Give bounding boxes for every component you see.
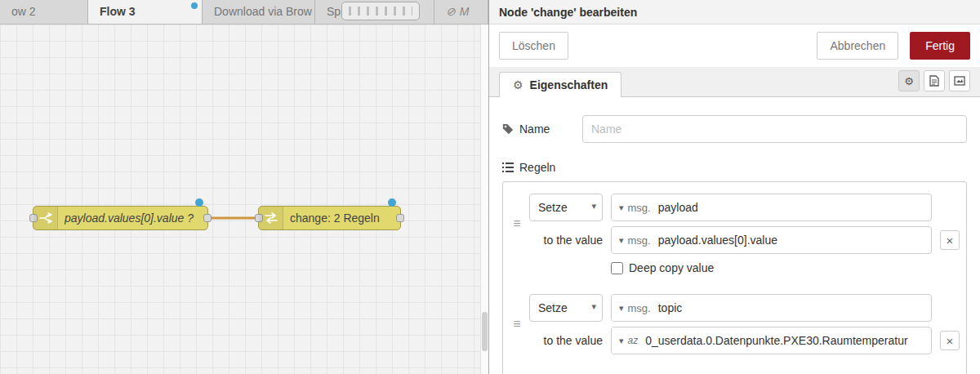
workspace-region: ow 2 Flow 3 Download via Brow Spritmonit… bbox=[0, 0, 488, 374]
rule-1-action-select[interactable]: Setze bbox=[529, 194, 603, 221]
name-row: Name bbox=[502, 115, 967, 143]
flow-tab-label: Download via Brow bbox=[214, 5, 312, 18]
rule-1-value-row: to the value ▾ msg. × bbox=[529, 226, 960, 254]
rule-1-value-input[interactable] bbox=[657, 227, 931, 253]
string-type-label: az bbox=[628, 335, 639, 346]
flow-changed-dot-icon bbox=[191, 2, 198, 9]
caret-down-icon: ▾ bbox=[619, 235, 624, 246]
tray-icon-buttons: ⚙ bbox=[898, 70, 970, 91]
rule-2-value-typedinput: ▾ az bbox=[611, 327, 932, 354]
change-output-port[interactable] bbox=[396, 214, 404, 222]
type-label: msg. bbox=[628, 234, 651, 247]
caret-down-icon: ▾ bbox=[619, 303, 624, 314]
caret-down-icon: ▾ bbox=[619, 336, 624, 346]
switch-node[interactable]: payload.values[0].value ? bbox=[33, 206, 208, 230]
rule-1-property-row: Setze ▾ ▾ msg. bbox=[529, 194, 960, 221]
change-node[interactable]: change: 2 Regeln bbox=[258, 206, 401, 230]
flow-canvas[interactable]: payload.values[0].value ? change: 2 Rege… bbox=[0, 24, 480, 374]
cancel-button[interactable]: Abbrechen bbox=[817, 32, 898, 60]
ghost-node bbox=[341, 2, 420, 20]
canvas-scrollbar-thumb[interactable] bbox=[482, 312, 488, 351]
edit-form: Name Regeln ≡ Setze bbox=[489, 97, 980, 374]
switch-output-port[interactable] bbox=[203, 214, 212, 222]
name-label: Name bbox=[519, 122, 550, 136]
node-changed-indicator bbox=[388, 198, 396, 207]
rule-row-2: ≡ Setze ▾ ▾ bbox=[505, 294, 960, 354]
change-icon bbox=[259, 207, 283, 229]
description-button[interactable] bbox=[924, 70, 945, 91]
appearance-button[interactable] bbox=[949, 70, 970, 91]
drag-handle-icon[interactable]: ≡ bbox=[505, 294, 529, 354]
rule-2-action-select[interactable]: Setze bbox=[529, 294, 603, 322]
tab-properties[interactable]: ⚙ Eigenschaften bbox=[499, 72, 621, 97]
rule-1-value-type-button[interactable]: ▾ msg. bbox=[612, 227, 657, 253]
appearance-icon bbox=[954, 76, 965, 86]
node-changed-indicator bbox=[195, 198, 203, 207]
node-settings-button[interactable]: ⚙ bbox=[898, 70, 920, 91]
rule-2-property-typedinput: ▾ msg. bbox=[611, 294, 932, 322]
switch-icon bbox=[33, 207, 58, 229]
node-red-app: ow 2 Flow 3 Download via Brow Spritmonit… bbox=[0, 0, 980, 374]
edit-tray-tabbar: ⚙ Eigenschaften ⚙ bbox=[489, 67, 980, 97]
rule-1-property-typedinput: ▾ msg. bbox=[611, 194, 932, 221]
rule-2-property-type-button[interactable]: ▾ msg. bbox=[612, 295, 657, 321]
close-slot: × bbox=[932, 331, 960, 350]
rule-1-value-typedinput: ▾ msg. bbox=[611, 226, 932, 254]
disabled-flow-icon: ⊘ bbox=[446, 5, 456, 18]
rule-2-value-row: to the value ▾ az × bbox=[529, 327, 960, 354]
rule-1-fields: Setze ▾ ▾ msg. bbox=[529, 194, 960, 274]
type-label: msg. bbox=[628, 202, 651, 214]
delete-button[interactable]: Löschen bbox=[499, 32, 568, 60]
canvas-scrollbar[interactable] bbox=[480, 24, 488, 374]
change-node-label: change: 2 Regeln bbox=[290, 207, 394, 229]
type-label: msg. bbox=[628, 302, 651, 314]
rule-row-1: ≡ Setze ▾ ▾ bbox=[505, 194, 960, 274]
tag-icon bbox=[502, 123, 514, 135]
rule-1-action-wrap: Setze ▾ bbox=[529, 194, 603, 221]
name-input[interactable] bbox=[582, 115, 967, 143]
rule-1-property-type-button[interactable]: ▾ msg. bbox=[612, 194, 657, 220]
flow-tab-flow2[interactable]: ow 2 bbox=[0, 0, 88, 24]
flow-tab-label: ow 2 bbox=[11, 5, 36, 18]
to-value-label: to the value bbox=[529, 234, 603, 247]
rule-2-action-wrap: Setze ▾ bbox=[529, 294, 603, 322]
deep-copy-row: Deep copy value bbox=[611, 261, 960, 274]
edit-tray-title: Node 'change' bearbeiten bbox=[489, 0, 980, 24]
drag-handle-icon[interactable]: ≡ bbox=[505, 194, 529, 254]
rule-2-value-type-button[interactable]: ▾ az bbox=[612, 327, 644, 354]
rule-2-property-row: Setze ▾ ▾ msg. bbox=[529, 294, 960, 322]
switch-node-label: payload.values[0].value ? bbox=[65, 207, 201, 229]
name-label-group: Name bbox=[502, 122, 574, 136]
deep-copy-label: Deep copy value bbox=[629, 261, 714, 274]
to-value-label: to the value bbox=[529, 334, 603, 347]
flow-tab-download[interactable]: Download via Brow bbox=[203, 0, 315, 24]
gear-icon: ⚙ bbox=[904, 75, 914, 87]
rules-list: ≡ Setze ▾ ▾ bbox=[502, 181, 967, 374]
rule-1-property-input[interactable] bbox=[657, 194, 931, 220]
edit-tray: Node 'change' bearbeiten Löschen Abbrech… bbox=[488, 0, 980, 374]
rules-label: Regeln bbox=[519, 161, 555, 174]
caret-down-icon: ▾ bbox=[619, 203, 624, 213]
remove-rule-button[interactable]: × bbox=[940, 230, 960, 250]
flow-tab-disabled[interactable]: ⊘M bbox=[434, 0, 488, 24]
tab-properties-label: Eigenschaften bbox=[530, 78, 608, 91]
flow-tab-flow3[interactable]: Flow 3 bbox=[88, 0, 203, 24]
rules-section-label: Regeln bbox=[502, 161, 967, 174]
rule-2-value-input[interactable] bbox=[644, 327, 931, 354]
document-icon bbox=[929, 75, 939, 87]
done-button[interactable]: Fertig bbox=[910, 32, 970, 60]
rule-2-property-input[interactable] bbox=[657, 295, 931, 321]
close-slot: × bbox=[932, 230, 960, 250]
deep-copy-checkbox[interactable] bbox=[611, 262, 623, 274]
flow-tab-label: Flow 3 bbox=[100, 5, 136, 18]
wire-layer bbox=[0, 24, 480, 374]
gear-icon: ⚙ bbox=[513, 78, 523, 91]
rule-2-fields: Setze ▾ ▾ msg. bbox=[529, 294, 960, 354]
ghost-node-stripes bbox=[349, 7, 412, 16]
list-icon bbox=[502, 163, 514, 172]
edit-tray-toolbar: Löschen Abbrechen Fertig bbox=[489, 24, 980, 67]
remove-rule-button[interactable]: × bbox=[940, 331, 960, 350]
flow-tab-label: M bbox=[460, 5, 470, 18]
